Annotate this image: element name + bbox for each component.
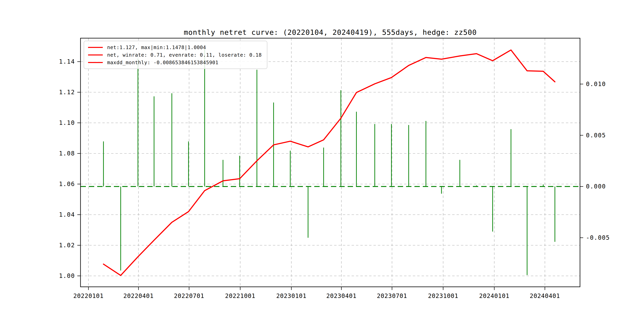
- left-tick-label: 1.12: [59, 89, 75, 96]
- right-tick-label: -0.005: [586, 234, 610, 241]
- left-tick-label: 1.04: [59, 211, 75, 218]
- right-tick-label: 0.005: [586, 132, 606, 139]
- x-tick-label: 20230701: [377, 292, 407, 299]
- left-tick-label: 1.00: [59, 272, 75, 279]
- x-tick-label: 20240401: [530, 292, 560, 299]
- right-tick-label: 0.000: [586, 183, 606, 190]
- x-tick-label: 20221001: [225, 292, 256, 299]
- left-tick-label: 1.14: [59, 58, 75, 65]
- x-tick-label: 20220101: [73, 292, 104, 299]
- x-tick-label: 20231001: [428, 292, 458, 299]
- net-curve-line: [104, 50, 555, 276]
- left-tick-label: 1.02: [59, 242, 75, 249]
- left-tick-label: 1.06: [59, 180, 75, 188]
- legend-entry: net, winrate: 0.71, evenrate: 0.11, lose…: [88, 51, 262, 59]
- legend-entry-label: net:1.127, max|min:1.1478|1.0004: [107, 44, 206, 50]
- chart-figure: monthly netret curve: (20220104, 2024041…: [0, 0, 644, 322]
- legend-line-swatch: [88, 54, 103, 56]
- legend-line-swatch: [88, 62, 103, 63]
- legend-entry-label: net, winrate: 0.71, evenrate: 0.11, lose…: [107, 52, 262, 58]
- legend-entry: net:1.127, max|min:1.1478|1.0004: [88, 44, 262, 51]
- legend: net:1.127, max|min:1.1478|1.0004net, win…: [84, 41, 267, 69]
- x-tick-label: 20230401: [326, 292, 356, 299]
- legend-line-swatch: [88, 47, 103, 48]
- x-tick-label: 20220401: [123, 292, 154, 299]
- right-tick-label: 0.010: [586, 80, 606, 88]
- legend-entry-label: maxdd_monthly: -0.008653846153845901: [107, 60, 218, 66]
- x-tick-label: 20240101: [479, 292, 510, 299]
- x-tick-label: 20220701: [174, 292, 204, 299]
- left-tick-label: 1.08: [59, 150, 75, 157]
- left-tick-label: 1.10: [59, 119, 75, 126]
- x-tick-label: 20230101: [276, 292, 307, 299]
- plot-border: [80, 38, 580, 287]
- legend-entry: maxdd_monthly: -0.008653846153845901: [88, 59, 262, 66]
